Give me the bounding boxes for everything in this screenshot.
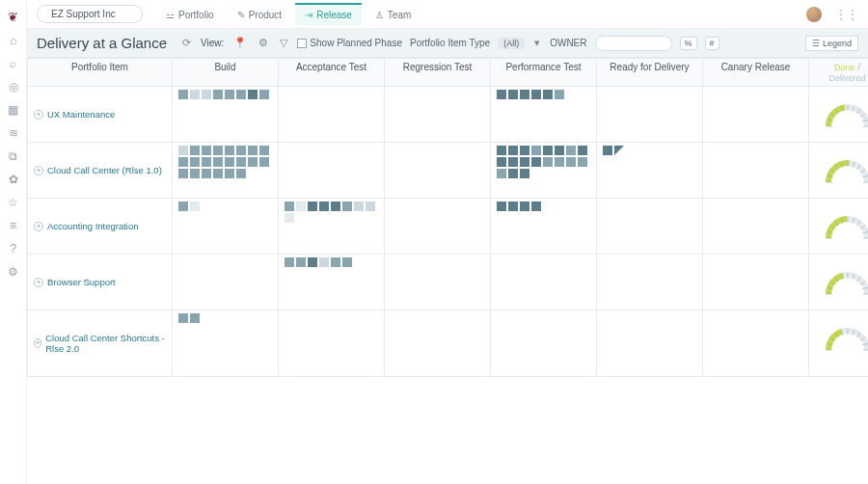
- work-item-block[interactable]: [296, 257, 306, 267]
- work-item-block[interactable]: [259, 90, 269, 99]
- stage-cell[interactable]: [279, 255, 385, 310]
- work-item-block[interactable]: [508, 146, 518, 155]
- refresh-icon[interactable]: ⟳: [180, 37, 193, 49]
- work-item-block[interactable]: [497, 157, 506, 167]
- work-item-block[interactable]: [520, 157, 529, 167]
- work-item-block[interactable]: [508, 157, 518, 167]
- rail-home-icon[interactable]: ⌂: [10, 34, 16, 47]
- rail-target-icon[interactable]: ◎: [9, 80, 18, 94]
- portfolio-item-link[interactable]: +Browser Support: [34, 257, 166, 307]
- work-item-block[interactable]: [497, 202, 506, 211]
- work-item-block[interactable]: [614, 146, 624, 155]
- work-item-block[interactable]: [178, 313, 188, 323]
- stage-cell[interactable]: [703, 143, 809, 199]
- work-item-block[interactable]: [225, 157, 234, 167]
- stage-cell[interactable]: [385, 87, 491, 143]
- work-item-block[interactable]: [508, 169, 518, 178]
- portfolio-item-link[interactable]: +Cloud Call Center (Rlse 1.0): [34, 146, 166, 195]
- work-item-block[interactable]: [225, 146, 234, 155]
- work-item-block[interactable]: [178, 146, 188, 155]
- stage-cell[interactable]: [279, 310, 385, 377]
- stage-cell[interactable]: [491, 255, 597, 310]
- portfolio-item-link[interactable]: +Accounting Integration: [34, 202, 166, 251]
- work-item-block[interactable]: [225, 90, 234, 99]
- column-header[interactable]: Build: [173, 59, 279, 87]
- column-header[interactable]: Portfolio Item: [28, 59, 173, 87]
- work-item-block[interactable]: [202, 90, 211, 99]
- stage-cell[interactable]: [279, 199, 385, 255]
- work-item-block[interactable]: [531, 202, 541, 211]
- org-selector[interactable]: EZ Support Inc: [37, 5, 143, 23]
- column-header[interactable]: Ready for Delivery: [597, 59, 703, 87]
- view-gear-icon[interactable]: ⚙: [257, 37, 270, 49]
- expand-icon[interactable]: +: [34, 278, 43, 287]
- stage-cell[interactable]: [385, 255, 491, 310]
- rail-layers-icon[interactable]: ≋: [9, 126, 18, 140]
- work-item-block[interactable]: [202, 157, 211, 167]
- work-item-block[interactable]: [248, 157, 258, 167]
- tab-release[interactable]: ⇥Release: [295, 3, 362, 25]
- column-header[interactable]: Canary Release: [703, 59, 809, 87]
- work-item-block[interactable]: [531, 90, 541, 99]
- stage-cell[interactable]: [385, 310, 491, 377]
- work-item-block[interactable]: [178, 169, 188, 178]
- work-item-block[interactable]: [178, 90, 188, 99]
- stage-cell[interactable]: [385, 199, 491, 255]
- work-item-block[interactable]: [236, 157, 246, 167]
- work-item-block[interactable]: [555, 146, 564, 155]
- drag-handle-icon[interactable]: ⋮⋮: [835, 8, 858, 21]
- work-item-block[interactable]: [178, 202, 188, 211]
- owner-input[interactable]: [595, 36, 672, 51]
- work-item-block[interactable]: [236, 169, 246, 178]
- rail-bars-icon[interactable]: ≡: [10, 219, 16, 232]
- expand-icon[interactable]: +: [34, 110, 43, 120]
- work-item-block[interactable]: [190, 90, 200, 99]
- work-item-block[interactable]: [520, 146, 529, 155]
- rail-link-icon[interactable]: ⧉: [9, 149, 17, 163]
- work-item-block[interactable]: [342, 257, 352, 267]
- work-item-block[interactable]: [248, 90, 258, 99]
- work-item-block[interactable]: [366, 202, 375, 211]
- work-item-block[interactable]: [331, 202, 340, 211]
- expand-icon[interactable]: +: [34, 222, 43, 231]
- work-item-block[interactable]: [202, 146, 211, 155]
- expand-icon[interactable]: +: [34, 166, 43, 175]
- work-item-block[interactable]: [190, 146, 200, 155]
- stage-cell[interactable]: [385, 143, 491, 199]
- column-header[interactable]: Regression Test: [385, 59, 491, 87]
- work-item-block[interactable]: [248, 146, 258, 155]
- work-item-block[interactable]: [296, 202, 306, 211]
- work-item-block[interactable]: [225, 169, 234, 178]
- show-planned-checkbox[interactable]: Show Planned Phase: [297, 38, 402, 48]
- work-item-block[interactable]: [308, 257, 317, 267]
- work-item-block[interactable]: [285, 213, 294, 223]
- rail-globe-icon[interactable]: ✿: [9, 173, 18, 186]
- portfolio-item-link[interactable]: +Cloud Call Center Shortcuts - Rlse 2.0: [34, 313, 166, 373]
- stage-cell[interactable]: [173, 143, 279, 199]
- stage-cell[interactable]: [491, 143, 597, 199]
- work-item-block[interactable]: [236, 90, 246, 99]
- stage-cell[interactable]: [491, 87, 597, 143]
- stage-cell[interactable]: [703, 310, 809, 377]
- avatar[interactable]: [806, 7, 822, 22]
- stage-cell[interactable]: [173, 310, 279, 377]
- work-item-block[interactable]: [308, 202, 317, 211]
- work-item-block[interactable]: [213, 146, 223, 155]
- stage-cell[interactable]: [597, 199, 703, 255]
- legend-button[interactable]: ☰ Legend: [805, 36, 858, 51]
- work-item-block[interactable]: [213, 157, 223, 167]
- stage-cell[interactable]: [597, 87, 703, 143]
- rail-settings-icon[interactable]: ⚙: [8, 265, 18, 279]
- stage-cell[interactable]: [597, 143, 703, 199]
- work-item-block[interactable]: [603, 146, 612, 155]
- work-item-block[interactable]: [285, 202, 294, 211]
- work-item-block[interactable]: [520, 90, 529, 99]
- stage-cell[interactable]: [279, 87, 385, 143]
- stage-cell[interactable]: [491, 310, 597, 377]
- pi-type-dropdown-icon[interactable]: ▾: [532, 37, 542, 49]
- work-item-block[interactable]: [520, 202, 529, 211]
- work-item-block[interactable]: [342, 202, 352, 211]
- work-item-block[interactable]: [520, 169, 529, 178]
- stage-cell[interactable]: [279, 143, 385, 199]
- stage-cell[interactable]: [173, 199, 279, 255]
